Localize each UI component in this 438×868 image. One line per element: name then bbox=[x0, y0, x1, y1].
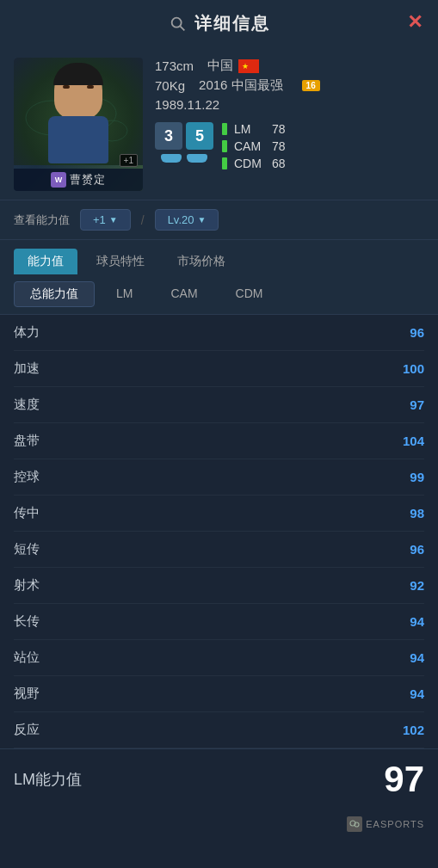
tab-ability[interactable]: 能力值 bbox=[14, 249, 77, 274]
pos-cdm-bar bbox=[222, 157, 227, 169]
player-birthday: 1989.11.22 bbox=[155, 97, 219, 112]
player-icon-badge: W bbox=[51, 172, 66, 188]
stat-row: 视野 94 bbox=[14, 676, 424, 712]
stat-name-0: 体力 bbox=[14, 324, 40, 341]
player-weight: 70Kg bbox=[155, 78, 185, 93]
positions-row: 3 5 LM 78 CAM 78 bbox=[155, 122, 424, 170]
player-height: 173cm bbox=[155, 58, 194, 73]
stat-row: 速度 97 bbox=[14, 387, 424, 423]
stat-row: 站位 94 bbox=[14, 640, 424, 676]
main-tab-row: 能力值 球员特性 市场价格 bbox=[0, 240, 438, 274]
shirt-number-5: 5 bbox=[186, 122, 213, 150]
stat-row: 反应 102 bbox=[14, 712, 424, 748]
ea-sports-logo: EASPORTS bbox=[347, 816, 424, 832]
tab-market[interactable]: 市场价格 bbox=[163, 249, 239, 274]
pos-cam-row: CAM 78 bbox=[222, 139, 286, 153]
svg-point-0 bbox=[171, 17, 181, 27]
view-ability-label: 查看能力值 bbox=[14, 212, 70, 228]
height-country-row: 173cm 中国 bbox=[155, 58, 424, 74]
stat-name-5: 传中 bbox=[14, 505, 40, 521]
stat-name-11: 反应 bbox=[14, 722, 40, 738]
separator: / bbox=[141, 213, 145, 227]
number-badges: 3 5 bbox=[155, 122, 213, 163]
stat-value-4: 99 bbox=[410, 470, 424, 484]
pos-lm-bar bbox=[222, 123, 227, 135]
stat-name-4: 控球 bbox=[14, 469, 40, 485]
stat-name-7: 射术 bbox=[14, 577, 40, 594]
stats-list: 体力 96 加速 100 速度 97 盘带 104 控球 99 传中 98 短传… bbox=[0, 315, 438, 748]
stat-value-7: 92 bbox=[410, 578, 424, 593]
player-country: 中国 bbox=[207, 58, 233, 74]
header: 详细信息 ✕ bbox=[0, 0, 438, 44]
stat-row: 控球 99 bbox=[14, 459, 424, 496]
stat-row: 体力 96 bbox=[14, 315, 424, 351]
position-stats: LM 78 CAM 78 CDM 68 bbox=[222, 122, 286, 170]
shirt-number-3: 3 bbox=[155, 122, 182, 150]
pos-cdm-row: CDM 68 bbox=[222, 157, 286, 170]
pos-cam-value: 78 bbox=[272, 139, 286, 153]
stat-value-3: 104 bbox=[403, 434, 424, 448]
sub-tab-row: 总能力值 LM CAM CDM bbox=[0, 274, 438, 315]
stat-name-10: 视野 bbox=[14, 686, 40, 702]
total-label: LM能力值 bbox=[14, 769, 82, 790]
pos-cam-bar bbox=[222, 140, 227, 152]
stat-name-6: 短传 bbox=[14, 541, 40, 557]
pos-lm-label: LM bbox=[234, 122, 265, 136]
footer: EASPORTS bbox=[0, 810, 438, 839]
stat-value-1: 100 bbox=[403, 361, 424, 376]
plus-one-arrow: ▼ bbox=[109, 215, 118, 225]
level-arrow: ▼ bbox=[197, 215, 206, 225]
stat-row: 传中 98 bbox=[14, 496, 424, 532]
player-photo: +1 W 曹赟定 bbox=[14, 58, 143, 191]
stat-value-2: 97 bbox=[410, 397, 424, 412]
pos-cam-label: CAM bbox=[234, 139, 265, 153]
plus-one-button[interactable]: +1 ▼ bbox=[80, 209, 131, 231]
sub-tab-lm[interactable]: LM bbox=[100, 281, 149, 307]
player-info-section: +1 W 曹赟定 173cm 中国 70Kg 2016 中国最强 16 1989… bbox=[0, 44, 438, 200]
tab-traits[interactable]: 球员特性 bbox=[83, 249, 158, 274]
stat-name-8: 长传 bbox=[14, 613, 40, 630]
stat-row: 长传 94 bbox=[14, 604, 424, 640]
svg-line-1 bbox=[180, 26, 184, 30]
easports-label: EASPORTS bbox=[366, 819, 424, 829]
player-name: 曹赟定 bbox=[70, 172, 106, 188]
level-button[interactable]: Lv.20 ▼ bbox=[155, 209, 219, 231]
stat-name-9: 站位 bbox=[14, 649, 40, 666]
pos-cdm-value: 68 bbox=[272, 157, 286, 170]
stat-value-6: 96 bbox=[410, 542, 424, 557]
year-badge: 16 bbox=[302, 80, 320, 91]
stat-row: 盘带 104 bbox=[14, 423, 424, 459]
china-flag-icon bbox=[238, 59, 259, 73]
player-stats-info: 173cm 中国 70Kg 2016 中国最强 16 1989.11.22 3 … bbox=[143, 58, 424, 191]
stat-value-0: 96 bbox=[410, 325, 424, 340]
sub-tab-cam[interactable]: CAM bbox=[154, 281, 213, 307]
wechat-icon bbox=[347, 816, 362, 832]
player-name-bar: W 曹赟定 bbox=[14, 169, 143, 191]
level-badge: +1 bbox=[120, 154, 138, 167]
stat-value-9: 94 bbox=[410, 650, 424, 665]
close-button[interactable]: ✕ bbox=[407, 11, 423, 34]
controls-row: 查看能力值 +1 ▼ / Lv.20 ▼ bbox=[0, 200, 438, 240]
player-year: 2016 中国最强 bbox=[199, 77, 283, 94]
sub-tab-total[interactable]: 总能力值 bbox=[14, 281, 95, 307]
stat-value-5: 98 bbox=[410, 506, 424, 520]
stat-row: 加速 100 bbox=[14, 351, 424, 387]
pos-lm-value: 78 bbox=[272, 122, 286, 136]
stat-row: 短传 96 bbox=[14, 532, 424, 568]
stat-value-8: 94 bbox=[410, 614, 424, 629]
pos-lm-row: LM 78 bbox=[222, 122, 286, 136]
page-title: 详细信息 bbox=[194, 12, 270, 35]
player-avatar bbox=[31, 66, 126, 161]
stat-row: 射术 92 bbox=[14, 568, 424, 604]
pos-cdm-label: CDM bbox=[234, 157, 265, 170]
search-icon bbox=[169, 15, 188, 34]
stat-name-1: 加速 bbox=[14, 360, 40, 377]
total-row: LM能力值 97 bbox=[0, 748, 438, 810]
weight-year-row: 70Kg 2016 中国最强 16 bbox=[155, 77, 424, 94]
birthday-row: 1989.11.22 bbox=[155, 97, 424, 112]
stat-value-10: 94 bbox=[410, 686, 424, 701]
shirt-numbers: 3 5 bbox=[155, 122, 213, 150]
stat-name-2: 速度 bbox=[14, 397, 40, 413]
total-value: 97 bbox=[384, 761, 424, 797]
sub-tab-cdm[interactable]: CDM bbox=[219, 281, 280, 307]
